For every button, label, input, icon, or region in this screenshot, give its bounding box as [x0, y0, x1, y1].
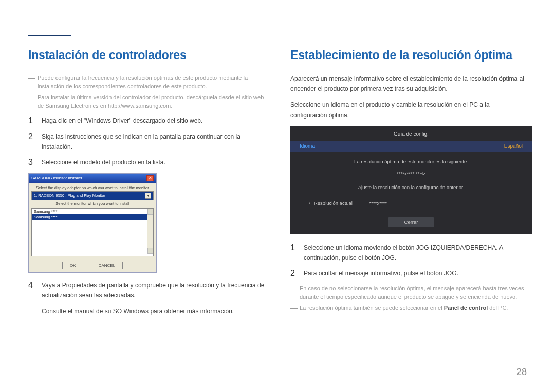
right-heading: Establecimiento de la resolución óptima — [290, 48, 527, 62]
osd-resolution: ****x**** **Hz — [290, 165, 532, 181]
step-row: 2 Para ocultar el mensaje informativo, p… — [290, 268, 527, 278]
osd-close-button[interactable]: Cerrar — [388, 217, 434, 227]
note: ― La resolución óptima también se puede … — [290, 304, 527, 312]
installer-dialog: SAMSUNG monitor installer ✕ Select the d… — [28, 173, 157, 273]
note: ― Puede configurar la frecuencia y la re… — [28, 73, 265, 91]
step-number: 2 — [28, 132, 42, 141]
note-text: En caso de no seleccionarse la resolució… — [300, 284, 527, 302]
left-column: Instalación de controladores ― Puede con… — [28, 48, 265, 322]
installer-title: SAMSUNG monitor installer — [31, 176, 82, 180]
dash-icon: ― — [28, 93, 38, 102]
installer-body: Select the display adapter on which you … — [29, 183, 156, 272]
scrollbar[interactable] — [147, 209, 153, 254]
step-row: 3 Seleccione el modelo del producto en l… — [28, 157, 265, 167]
footer-text: Consulte el manual de su SO Windows para… — [42, 306, 265, 316]
osd-panel: Guía de config. Idioma Español La resolu… — [290, 126, 532, 234]
dash-icon: ― — [290, 304, 300, 312]
step-number: 1 — [28, 116, 42, 125]
note-pre: La resolución óptima también se puede se… — [300, 305, 444, 311]
header-rule — [28, 35, 71, 36]
step-text: Seleccione el modelo del producto en la … — [42, 157, 265, 167]
step-number: 2 — [290, 268, 304, 278]
osd-current-label: Resolución actual — [314, 200, 353, 206]
right-column: Establecimiento de la resolución óptima … — [290, 48, 527, 322]
ok-button[interactable]: OK — [62, 262, 84, 269]
osd-language-value: Español — [504, 143, 523, 149]
step-number: 3 — [28, 157, 42, 167]
list-item[interactable]: Samsung **** — [32, 209, 147, 214]
note: ― Para instalar la última versión del co… — [28, 93, 265, 110]
osd-current-row: • Resolución actual ****x**** — [290, 196, 532, 210]
osd-instruction: Ajuste la resolución con la configuració… — [290, 181, 532, 196]
note-post: del PC. — [488, 305, 508, 311]
step-number: 1 — [290, 242, 304, 252]
left-heading: Instalación de controladores — [28, 48, 265, 62]
step-row: 1 Seleccione un idioma moviendo el botón… — [290, 242, 527, 264]
step-row: 4 Vaya a Propiedades de pantalla y compr… — [28, 280, 265, 301]
note-text: La resolución óptima también se puede se… — [300, 304, 508, 312]
monitor-listbox[interactable]: Samsung **** Samsung **** — [31, 208, 154, 256]
chevron-down-icon[interactable]: ▾ — [145, 193, 151, 199]
close-icon[interactable]: ✕ — [146, 175, 154, 181]
bullet-icon: • — [309, 200, 310, 206]
step-text: Vaya a Propiedades de pantalla y comprue… — [42, 280, 265, 301]
list-item[interactable]: Samsung **** — [32, 214, 147, 220]
adapter-combo[interactable]: 1. RADEON 9550 : Plug and Play Monitor ▾ — [31, 191, 154, 200]
step-text: Para ocultar el mensaje informativo, pul… — [304, 268, 527, 278]
combo-value: 1. RADEON 9550 : Plug and Play Monitor — [34, 193, 105, 198]
paragraph: Aparecerá un mensaje informativo sobre e… — [290, 73, 527, 95]
paragraph: Seleccione un idioma en el producto y ca… — [290, 100, 527, 121]
step-text: Siga las instrucciones que se indican en… — [42, 132, 265, 153]
osd-language-label: Idioma — [300, 143, 315, 149]
step-text: Haga clic en el "Windows Driver" descarg… — [42, 116, 265, 126]
note: ― En caso de no seleccionarse la resoluc… — [290, 284, 527, 302]
step-row: 1 Haga clic en el "Windows Driver" desca… — [28, 116, 265, 126]
dash-icon: ― — [28, 73, 38, 82]
installer-buttons: OK CANCEL — [31, 256, 154, 269]
installer-label: Select the monitor which you want to ins… — [31, 201, 154, 206]
dash-icon: ― — [290, 284, 300, 293]
manual-page: Instalación de controladores ― Puede con… — [0, 0, 555, 392]
osd-current-value: ****x**** — [369, 200, 387, 206]
page-number: 28 — [516, 367, 527, 378]
list-padding — [32, 220, 147, 256]
osd-message: La resolución óptima de este monitor es … — [290, 152, 532, 165]
osd-title: Guía de config. — [290, 126, 532, 141]
osd-language-row[interactable]: Idioma Español — [290, 141, 532, 152]
two-column-layout: Instalación de controladores ― Puede con… — [28, 48, 527, 322]
note-text: Para instalar la última versión del cont… — [38, 93, 265, 110]
installer-label: Select the display adapter on which you … — [31, 185, 154, 190]
cancel-button[interactable]: CANCEL — [91, 262, 123, 269]
note-bold: Panel de control — [444, 305, 488, 311]
step-text: Seleccione un idioma moviendo el botón J… — [304, 242, 527, 264]
step-number: 4 — [28, 280, 42, 290]
installer-titlebar: SAMSUNG monitor installer ✕ — [29, 174, 156, 183]
note-text: Puede configurar la frecuencia y la reso… — [38, 73, 265, 91]
step-row: 2 Siga las instrucciones que se indican … — [28, 132, 265, 153]
